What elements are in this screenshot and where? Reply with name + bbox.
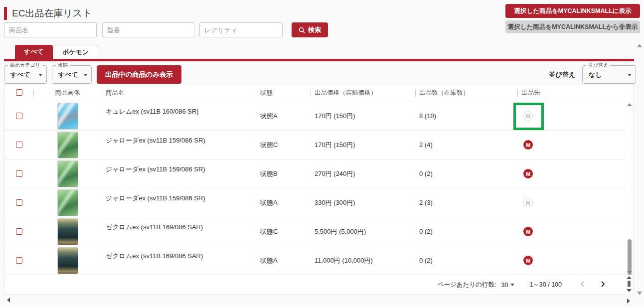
listed-only-button[interactable]: 出品中の商品のみ表示 (97, 65, 181, 84)
product-image (58, 190, 78, 216)
row-checkbox[interactable] (16, 142, 22, 148)
row-checkbox[interactable] (16, 170, 22, 177)
filter-toolbar: 商品カテゴリ すべて 状態 すべて 出品中の商品のみ表示 並び替え 並び替え な… (4, 65, 640, 84)
tab-pokemon[interactable]: ポケモン (53, 45, 98, 59)
rows-per-page-label: ページあたりの行数: (438, 281, 496, 289)
product-name-input[interactable] (4, 22, 97, 37)
table-row: ゼクロムex (sv11B 169/086 SAR) 状態C 5,500円 (5… (4, 217, 626, 246)
product-name: ゼクロムex (sv11B 169/086 SAR) (102, 246, 256, 275)
sort-controls: 並び替え 並び替え なし (549, 65, 636, 84)
category-select-label: 商品カテゴリ (8, 62, 42, 68)
category-tabs: すべて ポケモン (15, 45, 98, 59)
product-name: ジャローダex (sv11B 159/086 SR) (102, 188, 256, 217)
product-image (58, 132, 78, 158)
scroll-down-icon[interactable] (627, 271, 632, 274)
sort-label: 並び替え (549, 70, 575, 79)
price-value: 5,500円 (5,000円) (311, 227, 415, 236)
product-name: ゼクロムex (sv11B 169/086 SAR) (102, 217, 256, 246)
condition-value: 状態C (256, 141, 311, 150)
table-header-row: 商品画像 商品名 状態 出品価格（店舗価格） 出品数（在庫数） 出品先 (4, 85, 626, 101)
header-name: 商品名 (102, 89, 256, 97)
scrollbar-thumb[interactable] (628, 239, 632, 275)
condition-select-value: すべて (52, 66, 78, 83)
table-row: ジャローダex (sv11B 159/086 SR) 状態A 330円 (300… (4, 188, 626, 217)
quantity-value: 2 (3) (415, 199, 517, 206)
mycalinks-badge[interactable]: M (523, 256, 533, 265)
previous-page-button[interactable] (578, 281, 587, 289)
price-value: 11,000円 (10,000円) (311, 256, 415, 265)
table-row: キュレムex (sv11B 160/086 SR) 状態A 170円 (150円… (4, 102, 626, 131)
table-row: ジャローダex (sv11B 159/086 SR) 状態C 170円 (150… (4, 131, 626, 159)
category-select-value: すべて (4, 66, 30, 83)
row-checkbox[interactable] (16, 228, 22, 235)
footer-mini-scrollbar[interactable] (627, 276, 632, 292)
condition-value: 状態C (256, 227, 311, 236)
chevron-right-icon (600, 281, 606, 288)
search-button[interactable]: 検索 (292, 22, 328, 37)
row-checkbox[interactable] (16, 199, 22, 206)
search-button-label: 検索 (308, 25, 321, 34)
hide-from-mycalinksmall-button[interactable]: 選択した商品をMYCALINKSMALLから非表示 (505, 20, 640, 33)
next-page-button[interactable] (598, 281, 608, 289)
price-value: 270円 (240円) (311, 169, 415, 178)
rarity-input[interactable] (199, 22, 283, 37)
page-scroll-up-icon[interactable] (637, 44, 642, 47)
pagination-range: 1～30 / 100 (529, 281, 562, 289)
page-header: EC出品在庫リスト (4, 7, 92, 20)
header-price: 出品価格（店舗価格） (311, 89, 415, 97)
condition-value: 状態A (256, 112, 311, 121)
scroll-up-icon[interactable] (627, 276, 632, 279)
chevron-down-icon (628, 74, 632, 76)
table-row: ジャローダex (sv11B 159/086 SR) 状態B 270円 (240… (4, 159, 626, 188)
quantity-value: 0 (2) (415, 257, 517, 264)
sort-select-label: 並び替え (586, 62, 610, 68)
inventory-table: 商品画像 商品名 状態 出品価格（店舗価格） 出品数（在庫数） 出品先 キュレム… (4, 85, 634, 295)
show-on-mycalinksmall-button[interactable]: 選択した商品をMYCALINKSMALLに表示 (505, 4, 640, 18)
row-checkbox[interactable] (16, 113, 22, 119)
scrollbar-thumb[interactable] (628, 281, 631, 287)
price-value: 170円 (150円) (311, 141, 415, 150)
mycalinks-badge[interactable]: M (523, 111, 533, 121)
quantity-value: 0 (2) (415, 228, 517, 235)
price-value: 170円 (150円) (311, 112, 415, 121)
mycalinks-badge[interactable]: M (523, 227, 533, 236)
mycalinks-badge[interactable]: M (523, 198, 533, 207)
table-footer: ページあたりの行数: 30 1～30 / 100 (4, 275, 634, 295)
chevron-down-icon (83, 74, 87, 76)
product-image (58, 161, 78, 187)
search-icon (299, 27, 305, 33)
product-name: キュレムex (sv11B 160/086 SR) (102, 102, 256, 130)
chevron-down-icon[interactable] (510, 284, 514, 286)
condition-select[interactable]: 状態 すべて (52, 65, 92, 84)
tab-all[interactable]: すべて (15, 45, 53, 59)
chevron-down-icon (38, 74, 42, 76)
mycalinks-badge[interactable]: M (523, 169, 533, 178)
quantity-value: 2 (4) (415, 141, 517, 149)
title-accent-bar (4, 7, 7, 20)
category-select[interactable]: 商品カテゴリ すべて (4, 65, 47, 84)
condition-value: 状態B (256, 169, 311, 178)
sort-select[interactable]: 並び替え なし (582, 65, 636, 84)
model-number-input[interactable] (102, 22, 194, 37)
product-image (58, 219, 78, 245)
page-scroll-down-icon[interactable] (637, 292, 642, 295)
scroll-down-icon[interactable] (627, 289, 632, 292)
bulk-action-buttons: 選択した商品をMYCALINKSMALLに表示 選択した商品をMYCALINKS… (505, 4, 640, 33)
table-scrollbar[interactable] (626, 102, 633, 276)
row-checkbox[interactable] (16, 257, 22, 264)
tab-underline (4, 59, 634, 61)
mycalinks-badge[interactable]: M (523, 140, 533, 150)
product-name: ジャローダex (sv11B 159/086 SR) (102, 131, 256, 159)
scroll-up-icon[interactable] (627, 103, 632, 106)
rows-per-page-value[interactable]: 30 (501, 282, 508, 289)
quantity-value: 8 (10) (415, 112, 517, 120)
table-row: ゼクロムex (sv11B 169/086 SAR) 状態A 11,000円 (… (4, 246, 626, 275)
horizontal-scroll-right-icon[interactable] (627, 299, 630, 304)
search-bar: 検索 (4, 22, 328, 37)
header-quantity: 出品数（在庫数） (415, 89, 517, 97)
condition-value: 状態A (256, 256, 311, 265)
product-name: ジャローダex (sv11B 159/086 SR) (102, 159, 256, 188)
price-value: 330円 (300円) (311, 198, 415, 207)
horizontal-scroll-left-icon[interactable] (7, 298, 10, 303)
select-all-checkbox[interactable] (16, 89, 22, 96)
